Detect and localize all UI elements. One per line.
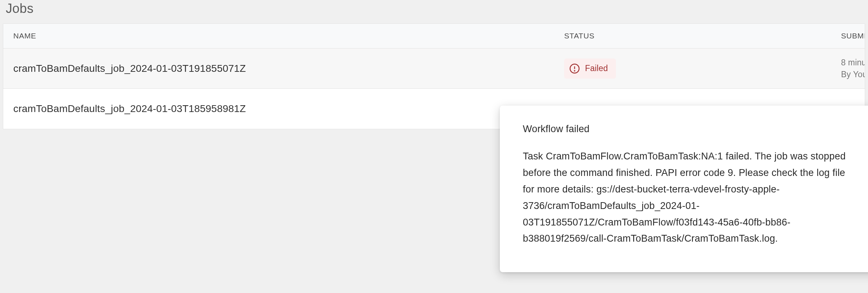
svg-point-2 xyxy=(574,70,575,71)
submit-time: 8 minutes ago xyxy=(841,58,865,68)
status-badge-failed[interactable]: Failed xyxy=(564,59,616,79)
job-name-cell: cramToBamDefaults_job_2024-01-03T1859589… xyxy=(3,103,564,115)
job-name-cell: cramToBamDefaults_job_2024-01-03T1918550… xyxy=(3,63,564,74)
page-title: Jobs xyxy=(6,1,865,16)
job-status-cell: Failed xyxy=(564,59,841,79)
status-text: Failed xyxy=(585,64,608,73)
column-header-status[interactable]: STATUS xyxy=(564,24,841,48)
tooltip-body: Task CramToBamFlow.CramToBamTask:NA:1 fa… xyxy=(523,148,856,247)
error-circle-icon xyxy=(569,63,580,74)
error-tooltip-popover: Workflow failed Task CramToBamFlow.CramT… xyxy=(500,106,868,272)
tooltip-title: Workflow failed xyxy=(523,124,856,135)
submit-by: By You xyxy=(841,70,865,79)
job-submit-cell: 8 minutes ago By You xyxy=(841,58,865,79)
column-header-submit[interactable]: SUBMIT INFO xyxy=(841,24,865,48)
table-row[interactable]: cramToBamDefaults_job_2024-01-03T1918550… xyxy=(3,48,865,89)
table-header-row: NAME STATUS SUBMIT INFO xyxy=(3,24,865,48)
column-header-name[interactable]: NAME xyxy=(3,24,564,48)
